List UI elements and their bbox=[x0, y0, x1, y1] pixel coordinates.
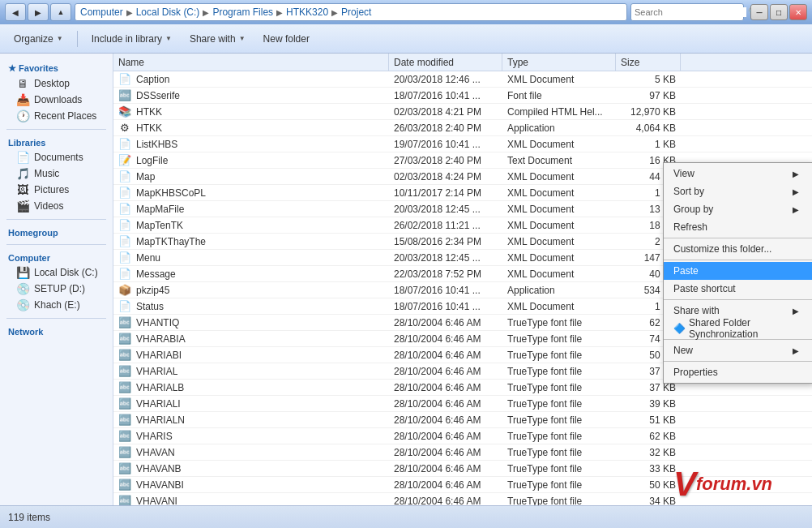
sidebar-libraries-title[interactable]: Libraries bbox=[0, 135, 113, 149]
table-row[interactable]: 🔤 VHARIALI 28/10/2004 6:46 AM TrueType f… bbox=[113, 396, 812, 412]
file-date: 18/07/2016 10:41 ... bbox=[389, 90, 502, 101]
sidebar-divider-2 bbox=[6, 219, 106, 220]
forward-button[interactable]: ▶ bbox=[28, 3, 49, 21]
khach-disk-icon: 💿 bbox=[16, 298, 29, 311]
close-button[interactable]: ✕ bbox=[789, 4, 807, 20]
file-size: 12,970 KB bbox=[616, 106, 681, 118]
ctx-sep-5 bbox=[664, 361, 812, 362]
sidebar-item-khach[interactable]: 💿 Khach (E:) bbox=[0, 297, 113, 313]
file-date: 19/07/2016 10:41 ... bbox=[389, 139, 502, 150]
file-date: 28/10/2004 6:46 AM bbox=[389, 333, 502, 345]
file-name: HTKK bbox=[136, 106, 162, 118]
table-row[interactable]: 🔤 VHARIALN 28/10/2004 6:46 AM TrueType f… bbox=[113, 412, 812, 428]
sidebar-favorites-title[interactable]: ★ Favorites bbox=[0, 60, 113, 75]
include-label: Include in library bbox=[92, 33, 162, 45]
minimize-button[interactable]: ─ bbox=[750, 4, 768, 20]
local-disk-icon: 💾 bbox=[16, 266, 29, 279]
table-row[interactable]: 📚 HTKK 02/03/2018 4:21 PM Compiled HTML … bbox=[113, 104, 812, 120]
file-name: VHAVANBI bbox=[136, 479, 184, 491]
new-folder-button[interactable]: New folder bbox=[256, 28, 317, 49]
table-row[interactable]: 🔤 DSSserife 18/07/2016 10:41 ... Font fi… bbox=[113, 88, 812, 104]
address-programfiles[interactable]: Program Files bbox=[212, 6, 273, 18]
table-row[interactable]: 🔤 VHAVAN 28/10/2004 6:46 AM TrueType fon… bbox=[113, 444, 812, 461]
sidebar-computer-title[interactable]: Computer bbox=[0, 250, 113, 264]
file-name: VHARABIA bbox=[136, 333, 186, 345]
search-input[interactable] bbox=[635, 7, 746, 17]
file-date: 20/03/2018 12:45 ... bbox=[389, 204, 502, 215]
ctx-sync[interactable]: 🔷 Shared Folder Synchronization bbox=[664, 320, 812, 337]
share-with-button[interactable]: Share with ▼ bbox=[182, 28, 253, 49]
sidebar-item-desktop[interactable]: 🖥 Desktop bbox=[0, 75, 113, 92]
up-button[interactable]: ▲ bbox=[50, 3, 71, 21]
file-type: TrueType font file bbox=[502, 398, 616, 410]
file-type: XML Document bbox=[502, 139, 616, 150]
table-row[interactable]: 📄 ListKHBS 19/07/2016 10:41 ... XML Docu… bbox=[113, 136, 812, 152]
table-row[interactable]: 📄 Caption 20/03/2018 12:46 ... XML Docum… bbox=[113, 71, 812, 88]
toolbar: Organize ▼ Include in library ▼ Share wi… bbox=[0, 24, 812, 54]
ctx-new[interactable]: New ▶ bbox=[664, 341, 812, 359]
file-type: TrueType font file bbox=[502, 479, 616, 491]
sidebar-item-documents[interactable]: 📄 Documents bbox=[0, 149, 113, 165]
ctx-paste-shortcut[interactable]: Paste shortcut bbox=[664, 280, 812, 298]
file-icon: 📝 bbox=[118, 154, 131, 167]
sidebar-network-title[interactable]: Network bbox=[0, 324, 113, 338]
file-type: TrueType font file bbox=[502, 382, 616, 393]
file-type: TrueType font file bbox=[502, 333, 616, 345]
file-type: Font file bbox=[502, 90, 616, 101]
file-name: Status bbox=[136, 301, 164, 312]
file-type: TrueType font file bbox=[502, 447, 616, 458]
sidebar-item-setup[interactable]: 💿 SETUP (D:) bbox=[0, 281, 113, 297]
ctx-properties[interactable]: Properties bbox=[664, 363, 812, 381]
organize-arrow: ▼ bbox=[57, 35, 63, 42]
include-arrow: ▼ bbox=[165, 35, 172, 42]
col-header-name[interactable]: Name bbox=[113, 54, 389, 71]
sidebar-item-pictures[interactable]: 🖼 Pictures bbox=[0, 182, 113, 198]
sidebar-item-videos[interactable]: 🎬 Videos bbox=[0, 198, 113, 214]
file-name: Map bbox=[136, 171, 155, 182]
address-htkk[interactable]: HTKK320 bbox=[286, 6, 328, 18]
include-library-button[interactable]: Include in library ▼ bbox=[84, 28, 179, 49]
file-icon: 🔤 bbox=[118, 414, 131, 427]
col-header-type[interactable]: Type bbox=[502, 54, 616, 71]
table-row[interactable]: 🔤 VHARIS 28/10/2004 6:46 AM TrueType fon… bbox=[113, 428, 812, 444]
table-row[interactable]: ⚙ HTKK 26/03/2018 2:40 PM Application 4,… bbox=[113, 120, 812, 136]
file-type: TrueType font file bbox=[502, 463, 616, 474]
address-computer[interactable]: Computer bbox=[80, 6, 123, 18]
address-bar[interactable]: Computer ▶ Local Disk (C:) ▶ Program Fil… bbox=[75, 3, 627, 21]
ctx-sort[interactable]: Sort by ▶ bbox=[664, 182, 812, 200]
sidebar-item-music[interactable]: 🎵 Music bbox=[0, 165, 113, 182]
sidebar-item-local-disk[interactable]: 💾 Local Disk (C:) bbox=[0, 264, 113, 281]
address-drive[interactable]: Local Disk (C:) bbox=[136, 6, 200, 18]
file-name: LogFile bbox=[136, 155, 168, 166]
file-date: 28/10/2004 6:46 AM bbox=[389, 398, 502, 410]
address-project[interactable]: Project bbox=[341, 6, 371, 18]
documents-icon: 📄 bbox=[16, 151, 29, 164]
sidebar-item-recent[interactable]: 🕐 Recent Places bbox=[0, 108, 113, 124]
file-date: 26/03/2018 2:40 PM bbox=[389, 122, 502, 134]
col-header-date[interactable]: Date modified bbox=[389, 54, 502, 71]
file-icon: 🔤 bbox=[118, 89, 131, 102]
back-button[interactable]: ◀ bbox=[5, 3, 26, 21]
ctx-refresh[interactable]: Refresh bbox=[664, 218, 812, 236]
file-icon: ⚙ bbox=[118, 122, 131, 135]
file-name: VHARIALN bbox=[136, 414, 185, 426]
maximize-button[interactable]: □ bbox=[770, 4, 788, 20]
ctx-customize[interactable]: Customize this folder... bbox=[664, 240, 812, 258]
sidebar-homegroup-title[interactable]: Homegroup bbox=[0, 225, 113, 239]
file-date: 18/07/2016 10:41 ... bbox=[389, 285, 502, 296]
recent-icon: 🕐 bbox=[16, 109, 29, 122]
ctx-paste[interactable]: Paste bbox=[664, 262, 812, 280]
sidebar-item-downloads[interactable]: 📥 Downloads bbox=[0, 92, 113, 108]
search-box[interactable]: 🔍 bbox=[630, 3, 744, 21]
star-icon: ★ bbox=[8, 63, 19, 73]
ctx-group-arrow: ▶ bbox=[793, 205, 799, 214]
file-size: 5 KB bbox=[616, 74, 681, 85]
file-date: 27/03/2018 2:40 PM bbox=[389, 155, 502, 166]
file-size: 4,064 KB bbox=[616, 122, 681, 134]
file-date: 28/10/2004 6:46 AM bbox=[389, 447, 502, 458]
organize-button[interactable]: Organize ▼ bbox=[6, 28, 71, 49]
ctx-group[interactable]: Group by ▶ bbox=[664, 200, 812, 218]
file-icon: 📄 bbox=[118, 219, 131, 232]
col-header-size[interactable]: Size bbox=[616, 54, 681, 71]
ctx-view[interactable]: View ▶ bbox=[664, 165, 812, 182]
